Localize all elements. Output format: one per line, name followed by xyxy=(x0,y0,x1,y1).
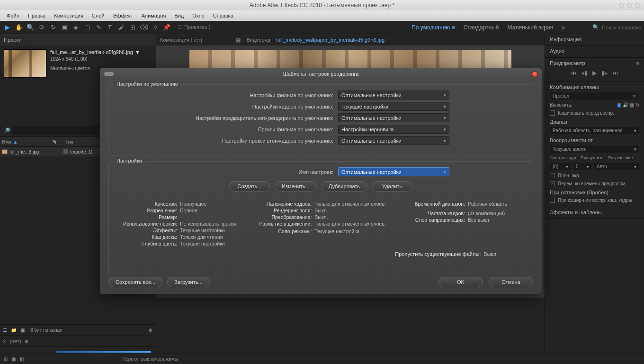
orbit-tool-icon[interactable]: ⟳ xyxy=(37,23,46,32)
zoom-tool-icon[interactable]: 🔍 xyxy=(26,23,35,32)
play-icon[interactable]: ▶ xyxy=(592,70,597,76)
include-label: Включить: xyxy=(550,102,572,108)
skip-select[interactable]: 0▾ xyxy=(573,163,592,170)
col-label-icon[interactable]: ◥ xyxy=(52,139,56,145)
default-row-select-1[interactable]: Текущие настройки▾ xyxy=(338,102,449,111)
move-time-checkbox[interactable]: ✓ xyxy=(550,181,555,186)
menu-window[interactable]: Окно xyxy=(188,12,208,19)
menu-view[interactable]: Вид xyxy=(170,12,188,19)
fps-select[interactable]: (0)▾ xyxy=(550,163,571,170)
settings-name-select[interactable]: Оптимальные настройки▾ xyxy=(338,167,449,176)
cancel-button[interactable]: Отмена xyxy=(489,277,533,287)
brush-tool-icon[interactable]: 🖌 xyxy=(116,23,126,32)
trash-icon[interactable]: 🗑 xyxy=(148,328,153,333)
interpret-icon[interactable]: ☰ xyxy=(3,328,7,333)
workspace-default[interactable]: По умолчанию ≡ xyxy=(411,24,455,31)
res-select[interactable]: Авто▾ xyxy=(594,163,639,170)
dialog-titlebar[interactable]: Шаблоны настроек рендеринга xyxy=(100,68,542,80)
composition-tab[interactable]: Композиция (нет) ≡ xyxy=(160,37,206,43)
project-item-name: fall_me...er_by_inertiak-d5fg9h6.jpg ▼ xyxy=(50,49,140,55)
puppet-tool-icon[interactable]: 📌 xyxy=(162,23,171,32)
playfrom-select[interactable]: Текущее время▾ xyxy=(550,146,639,153)
oncache-checkbox[interactable] xyxy=(550,198,555,203)
settings-name-label: Имя настроек: xyxy=(116,169,333,175)
anchor-tool-icon[interactable]: ◈ xyxy=(71,23,80,32)
default-row-select-4[interactable]: Оптимальные настройки▾ xyxy=(338,136,449,145)
delete-button[interactable]: Удалить xyxy=(372,181,412,191)
timeline-close-icon[interactable]: × xyxy=(3,338,6,344)
folder-icon[interactable]: 📁 xyxy=(11,328,17,333)
info-panel-title[interactable]: Информация xyxy=(550,36,639,42)
workspace-standard[interactable]: Стандартный xyxy=(464,24,499,31)
camera-tool-icon[interactable]: ▣ xyxy=(60,23,69,32)
create-button[interactable]: Создать... xyxy=(229,181,270,191)
shape-tool-icon[interactable]: ▢ xyxy=(82,23,92,32)
load-button[interactable]: Загрузить... xyxy=(167,277,209,287)
ok-button[interactable]: OK xyxy=(438,277,483,287)
cache-checkbox[interactable] xyxy=(550,110,555,116)
col-type[interactable]: Тип xyxy=(65,139,73,145)
pen-tool-icon[interactable]: ✎ xyxy=(94,23,103,32)
type-tool-icon[interactable]: T xyxy=(105,23,115,32)
workspace-small[interactable]: Маленький экран xyxy=(508,24,554,31)
dialog-close-icon[interactable] xyxy=(532,71,538,77)
clone-tool-icon[interactable]: ⊞ xyxy=(128,23,137,32)
range-select[interactable]: Рабочая область, расширенная...▾ xyxy=(550,127,639,134)
eraser-tool-icon[interactable]: ⌫ xyxy=(139,23,149,32)
default-row-select-2[interactable]: Оптимальные настройки▾ xyxy=(338,113,449,122)
search-icon[interactable]: 🔎 xyxy=(4,127,10,134)
edit-button[interactable]: Изменить... xyxy=(275,181,317,191)
footage-tab[interactable]: fall_melody_wallpaper_by_inertiak-d5fg9h… xyxy=(276,37,385,43)
default-row-select-0[interactable]: Оптимальные настройки▾ xyxy=(338,91,449,100)
dialog-toggle-icon[interactable] xyxy=(104,72,114,76)
maximize-button[interactable] xyxy=(627,3,632,8)
include-overlay-icon[interactable]: ▦ xyxy=(630,102,634,108)
bpc-button[interactable]: 8 бит на канал xyxy=(30,328,63,333)
snap-checkbox[interactable]: ☐ Привязка ⟨ xyxy=(178,24,210,30)
effects-panel-title[interactable]: Эффекты и шаблоны xyxy=(550,209,639,215)
timeline-none-tab[interactable]: (нет) xyxy=(9,338,21,344)
prev-frame-icon[interactable]: ◂▮ xyxy=(581,70,588,76)
include-loop-icon[interactable]: ↻ xyxy=(635,102,639,108)
help-search[interactable]: 🔍 Поиск в справке xyxy=(592,24,641,30)
skip-files-label: Пропустить существующие файлы: xyxy=(395,251,481,257)
menu-effect[interactable]: Эффект xyxy=(109,12,137,19)
include-video-icon[interactable]: ▣ xyxy=(617,102,621,108)
menu-edit[interactable]: Правка xyxy=(24,12,49,19)
layer-icon[interactable]: ▦ xyxy=(236,37,241,43)
menu-layer[interactable]: Слой xyxy=(88,12,108,19)
default-row-label: Настройки кадров по умолчанию: xyxy=(116,104,333,109)
selection-tool-icon[interactable]: ▶ xyxy=(3,23,12,32)
menu-animation[interactable]: Анимация xyxy=(138,12,170,19)
duplicate-button[interactable]: Дублировать xyxy=(322,181,367,191)
preview-panel-title[interactable]: Предпросмотр≡ xyxy=(550,60,639,66)
include-audio-icon[interactable]: 🔊 xyxy=(623,102,628,108)
default-row-select-3[interactable]: Настройки черновика▾ xyxy=(338,125,449,134)
first-frame-icon[interactable]: ⏮ xyxy=(571,70,577,76)
project-tab[interactable]: Проект ≡ xyxy=(0,34,156,46)
col-name[interactable]: Имя ▲ xyxy=(2,139,49,145)
rotate-tool-icon[interactable]: ↻ xyxy=(48,23,58,32)
menu-composition[interactable]: Композиция xyxy=(50,12,87,19)
render-settings-dialog: Шаблоны настроек рендеринга Настройки по… xyxy=(99,68,542,294)
save-all-button[interactable]: Сохранить все... xyxy=(108,277,162,287)
shortcut-select[interactable]: Пробел⟳ xyxy=(550,92,639,100)
status-bar: ⊞ ▣ ◧ Перекл. выключ./режимы xyxy=(0,354,644,364)
status-icon-1[interactable]: ⊞ xyxy=(4,356,8,362)
menu-file[interactable]: Файл xyxy=(3,12,23,19)
toggle-switches-label[interactable]: Перекл. выключ./режимы xyxy=(122,356,178,362)
audio-panel-title[interactable]: Аудио xyxy=(550,48,639,54)
next-frame-icon[interactable]: ▮▸ xyxy=(601,70,608,76)
status-icon-3[interactable]: ◧ xyxy=(19,356,24,362)
fullscreen-checkbox[interactable] xyxy=(550,173,555,178)
workspace-more-icon[interactable]: » xyxy=(562,24,565,31)
close-button[interactable] xyxy=(635,3,640,8)
last-frame-icon[interactable]: ⏭ xyxy=(612,70,618,76)
hand-tool-icon[interactable]: ✋ xyxy=(14,23,24,32)
menu-help[interactable]: Справка xyxy=(209,12,237,19)
comp-icon[interactable]: ▣ xyxy=(20,328,25,333)
status-icon-2[interactable]: ▣ xyxy=(11,356,16,362)
roto-tool-icon[interactable]: ✧ xyxy=(151,23,160,32)
footage-label: Видеоряд xyxy=(246,37,270,43)
minimize-button[interactable] xyxy=(619,3,624,8)
